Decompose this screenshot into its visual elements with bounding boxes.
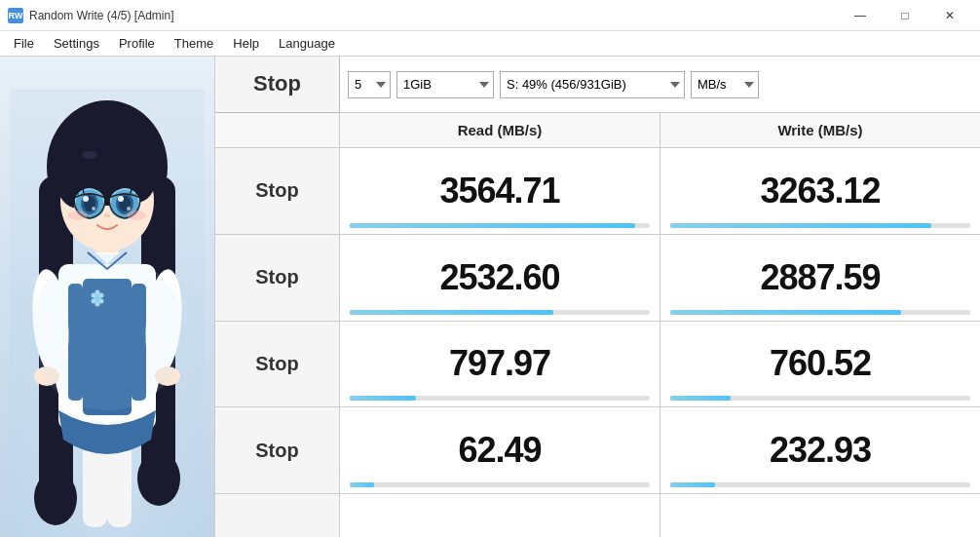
bench-read-bar-fill-2 — [350, 310, 553, 315]
header-write: Write (MB/s) — [660, 113, 980, 147]
bench-write-bar-fill-2 — [670, 310, 901, 315]
bench-read-bar-2 — [350, 310, 650, 315]
bench-write-3: 760.52 — [660, 322, 980, 407]
bench-write-bar-4 — [670, 482, 970, 487]
bench-write-bar-2 — [670, 310, 970, 315]
svg-point-35 — [68, 211, 88, 220]
bench-read-3: 797.97 — [340, 322, 660, 407]
svg-point-5 — [137, 451, 180, 506]
bench-read-bar-4 — [350, 482, 650, 487]
header-row: Read (MB/s) Write (MB/s) — [215, 113, 980, 148]
svg-point-34 — [104, 213, 110, 217]
bench-write-bar-fill-4 — [670, 482, 715, 487]
anime-character-svg — [10, 89, 205, 537]
svg-point-26 — [83, 196, 89, 202]
unit-select[interactable]: MB/s GB/s IOPS — [691, 71, 759, 98]
app-icon: RW — [8, 8, 23, 23]
bench-label-1[interactable]: Stop — [215, 148, 340, 234]
bench-read-bar-fill-4 — [350, 482, 374, 487]
svg-point-21 — [82, 151, 97, 159]
bench-label-3[interactable]: Stop — [215, 322, 340, 407]
stop-button-2[interactable]: Stop — [215, 235, 339, 321]
menu-profile[interactable]: Profile — [109, 33, 165, 54]
bench-write-empty — [660, 494, 980, 537]
title-bar-left: RW Random Write (4/5) [Admin] — [8, 8, 174, 23]
menu-file[interactable]: File — [4, 33, 44, 54]
bench-write-bar-1 — [670, 223, 970, 228]
title-bar-controls: — □ ✕ — [838, 0, 972, 31]
window-title: Random Write (4/5) [Admin] — [29, 9, 174, 22]
maximize-button[interactable]: □ — [883, 0, 927, 31]
bench-row-empty — [215, 494, 980, 537]
header-label-spacer — [215, 113, 340, 147]
stop-button-main[interactable]: Stop — [215, 57, 340, 113]
bench-write-1: 3263.12 — [660, 148, 980, 234]
bench-write-bar-fill-3 — [670, 396, 731, 401]
bench-label-2[interactable]: Stop — [215, 235, 340, 321]
bench-row-4: Stop 62.49 232.93 — [215, 407, 980, 494]
bench-read-2: 2532.60 — [340, 235, 660, 321]
bench-write-bar-3 — [670, 396, 970, 401]
bench-read-bar-fill-1 — [350, 223, 635, 228]
bench-read-bar-1 — [350, 223, 650, 228]
bench-row-1: Stop 3564.71 3263.12 — [215, 148, 980, 235]
bench-read-4: 62.49 — [340, 407, 660, 493]
svg-point-27 — [92, 207, 95, 211]
bench-read-value-2: 2532.60 — [439, 260, 559, 295]
title-bar: RW Random Write (4/5) [Admin] — □ ✕ — [0, 0, 980, 31]
bench-read-bar-fill-3 — [350, 396, 416, 401]
menu-help[interactable]: Help — [223, 33, 269, 54]
stop-button-1[interactable]: Stop — [215, 148, 339, 234]
bench-write-value-1: 3263.12 — [760, 173, 880, 209]
bench-label-empty — [215, 494, 340, 537]
anime-panel — [0, 57, 214, 537]
bench-row-3: Stop 797.97 760.52 — [215, 322, 980, 408]
bench-row-2: Stop 2532.60 2887.59 — [215, 235, 980, 322]
bench-read-value-4: 62.49 — [458, 433, 541, 468]
bench-write-value-3: 760.52 — [770, 346, 871, 381]
svg-point-36 — [127, 211, 146, 220]
bench-label-4[interactable]: Stop — [215, 407, 340, 493]
stop-button-4[interactable]: Stop — [215, 407, 339, 493]
bench-write-4: 232.93 — [660, 407, 980, 493]
size-select[interactable]: 1GiB 512MiB 2GiB 4GiB — [396, 71, 494, 98]
controls-row: Stop 5 1 3 9 1GiB 512MiB 2GiB 4GiB S: 49… — [215, 57, 980, 113]
menu-language[interactable]: Language — [269, 33, 345, 54]
bench-read-bar-3 — [350, 396, 650, 401]
bench-write-bar-fill-1 — [670, 223, 931, 228]
controls-inputs: 5 1 3 9 1GiB 512MiB 2GiB 4GiB S: 49% (45… — [340, 57, 980, 112]
menu-theme[interactable]: Theme — [165, 33, 223, 54]
svg-point-33 — [127, 207, 131, 211]
main-content: Stop 5 1 3 9 1GiB 512MiB 2GiB 4GiB S: 49… — [0, 57, 980, 537]
bench-write-value-2: 2887.59 — [760, 260, 880, 295]
bench-rows-container: Stop 3564.71 3263.12 Sto — [215, 148, 980, 537]
bench-write-value-4: 232.93 — [770, 433, 871, 468]
disk-select[interactable]: S: 49% (456/931GiB) — [500, 71, 685, 98]
svg-point-46 — [29, 254, 185, 410]
bench-write-2: 2887.59 — [660, 235, 980, 321]
minimize-button[interactable]: — — [838, 0, 883, 31]
svg-point-32 — [118, 196, 124, 202]
bench-read-value-3: 797.97 — [449, 346, 550, 381]
bench-read-empty — [340, 494, 660, 537]
count-select[interactable]: 5 1 3 9 — [348, 71, 391, 98]
menu-bar: File Settings Profile Theme Help Languag… — [0, 31, 980, 57]
bench-read-1: 3564.71 — [340, 148, 660, 234]
header-read: Read (MB/s) — [340, 113, 660, 147]
stop-button-3[interactable]: Stop — [215, 322, 339, 407]
benchmark-panel: Stop 5 1 3 9 1GiB 512MiB 2GiB 4GiB S: 49… — [214, 57, 980, 537]
svg-point-4 — [34, 471, 77, 525]
close-button[interactable]: ✕ — [927, 0, 972, 31]
menu-settings[interactable]: Settings — [44, 33, 109, 54]
bench-read-value-1: 3564.71 — [439, 173, 559, 209]
anime-figure — [0, 57, 214, 537]
